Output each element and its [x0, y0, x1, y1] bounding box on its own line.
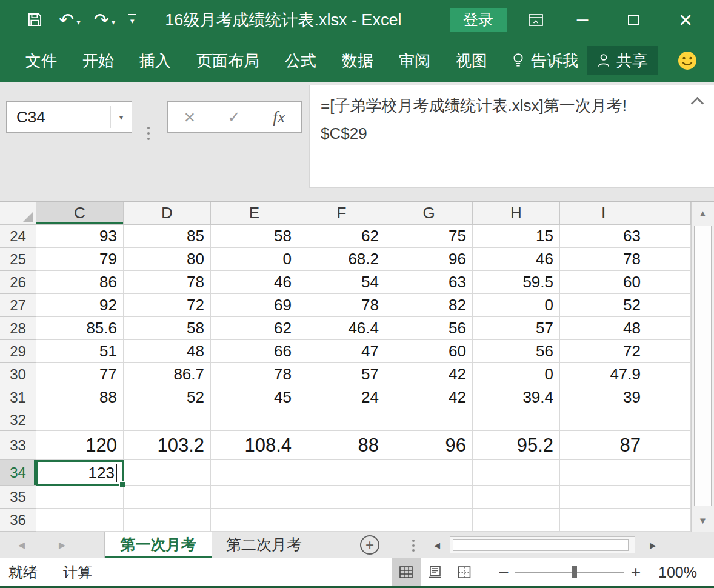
feedback-smiley-icon[interactable]: [676, 50, 698, 72]
cell[interactable]: 86.7: [124, 363, 211, 386]
cell[interactable]: 78: [298, 294, 385, 317]
page-layout-view-button[interactable]: [421, 558, 450, 586]
maximize-button[interactable]: [623, 15, 644, 25]
cell[interactable]: [298, 486, 385, 509]
cell[interactable]: [385, 486, 473, 509]
zoom-in-button[interactable]: +: [627, 563, 645, 582]
row-header[interactable]: 29: [0, 340, 36, 363]
row-header[interactable]: 27: [0, 294, 36, 317]
cell[interactable]: [298, 460, 385, 486]
tab-formulas[interactable]: 公式: [285, 50, 316, 72]
cell[interactable]: [124, 460, 211, 486]
cell[interactable]: 39.4: [473, 386, 560, 409]
cell[interactable]: 62: [211, 317, 298, 340]
cell[interactable]: [560, 460, 647, 486]
minimize-button[interactable]: ─: [572, 10, 593, 29]
cell[interactable]: 39: [560, 386, 647, 409]
cell[interactable]: 0: [473, 363, 560, 386]
cell[interactable]: [36, 509, 124, 532]
status-calculate[interactable]: 计算: [63, 563, 92, 582]
cell[interactable]: 120: [36, 431, 124, 460]
cell[interactable]: 60: [560, 271, 647, 294]
name-box[interactable]: C34 ▾: [6, 101, 132, 133]
vertical-scrollbar[interactable]: ▲ ▼: [691, 202, 714, 532]
cell[interactable]: [124, 486, 211, 509]
cell[interactable]: 58: [124, 317, 211, 340]
cell[interactable]: 92: [36, 294, 124, 317]
row-header[interactable]: 28: [0, 317, 36, 340]
column-header-I[interactable]: I: [560, 202, 647, 225]
cell[interactable]: 46: [211, 271, 298, 294]
cell[interactable]: [473, 486, 560, 509]
cell[interactable]: [647, 460, 691, 486]
cell[interactable]: [647, 409, 691, 431]
cell[interactable]: 59.5: [473, 271, 560, 294]
insert-function-icon[interactable]: fx: [273, 107, 285, 127]
cell[interactable]: 0: [211, 248, 298, 271]
cell[interactable]: 72: [124, 294, 211, 317]
column-header-F[interactable]: F: [298, 202, 385, 225]
cell[interactable]: [211, 486, 298, 509]
scroll-up-button[interactable]: ▲: [692, 202, 714, 224]
normal-view-button[interactable]: [392, 558, 421, 586]
cell[interactable]: [385, 460, 473, 486]
row-header[interactable]: 26: [0, 271, 36, 294]
cell[interactable]: [560, 486, 647, 509]
tab-data[interactable]: 数据: [342, 50, 373, 72]
cell[interactable]: [473, 409, 560, 431]
cell[interactable]: 24: [298, 386, 385, 409]
cell[interactable]: 45: [211, 386, 298, 409]
vertical-scroll-thumb[interactable]: [694, 226, 712, 506]
cell[interactable]: 85.6: [36, 317, 124, 340]
formula-bar[interactable]: =[子弟学校月考成绩统计表.xlsx]第一次月考! $C$29: [309, 85, 714, 188]
cell[interactable]: 86: [36, 271, 124, 294]
sheet-nav-left-icon[interactable]: ◂: [18, 537, 25, 553]
cell[interactable]: 47: [298, 340, 385, 363]
cell[interactable]: 58: [211, 225, 298, 248]
cell[interactable]: [298, 509, 385, 532]
cell[interactable]: 42: [385, 386, 473, 409]
undo-button[interactable]: ↶ ▾: [59, 11, 81, 29]
cell[interactable]: [473, 509, 560, 532]
cell[interactable]: 93: [36, 225, 124, 248]
tab-insert[interactable]: 插入: [139, 50, 171, 72]
cell[interactable]: 68.2: [298, 248, 385, 271]
cell[interactable]: [298, 409, 385, 431]
cell[interactable]: 82: [385, 294, 473, 317]
tab-home[interactable]: 开始: [82, 50, 114, 72]
cell[interactable]: 78: [124, 271, 211, 294]
chevron-down-icon[interactable]: ▾: [112, 18, 116, 27]
cell[interactable]: 42: [385, 363, 473, 386]
cell[interactable]: [385, 409, 473, 431]
cell[interactable]: 54: [298, 271, 385, 294]
cell[interactable]: 46.4: [298, 317, 385, 340]
row-header[interactable]: 24: [0, 225, 36, 248]
cell[interactable]: [36, 486, 124, 509]
zoom-out-button[interactable]: −: [495, 562, 513, 583]
enter-check-icon[interactable]: ✓: [227, 108, 241, 127]
column-header-H[interactable]: H: [473, 202, 560, 225]
page-break-preview-button[interactable]: [450, 558, 479, 586]
cell[interactable]: 52: [560, 294, 647, 317]
row-header[interactable]: 31: [0, 386, 36, 409]
cell[interactable]: 63: [385, 271, 473, 294]
cell[interactable]: [211, 460, 298, 486]
scroll-down-button[interactable]: ▼: [692, 509, 714, 532]
cell[interactable]: [647, 486, 691, 509]
cell[interactable]: [124, 409, 211, 431]
new-sheet-button[interactable]: +: [360, 535, 379, 555]
hscroll-right-icon[interactable]: ▸: [650, 538, 656, 552]
column-header-G[interactable]: G: [385, 202, 473, 225]
cell[interactable]: [647, 248, 691, 271]
cell[interactable]: 57: [298, 363, 385, 386]
cell[interactable]: [473, 460, 560, 486]
sheet-tab-2[interactable]: 第二次月考: [212, 532, 316, 558]
cell[interactable]: [36, 409, 124, 431]
cell[interactable]: 79: [36, 248, 124, 271]
chevron-down-icon[interactable]: ▾: [76, 18, 81, 27]
cell[interactable]: [647, 294, 691, 317]
tab-file[interactable]: 文件: [25, 50, 57, 72]
row-header[interactable]: 25: [0, 248, 36, 271]
cell[interactable]: 88: [298, 431, 385, 460]
row-header[interactable]: 34: [0, 460, 36, 486]
